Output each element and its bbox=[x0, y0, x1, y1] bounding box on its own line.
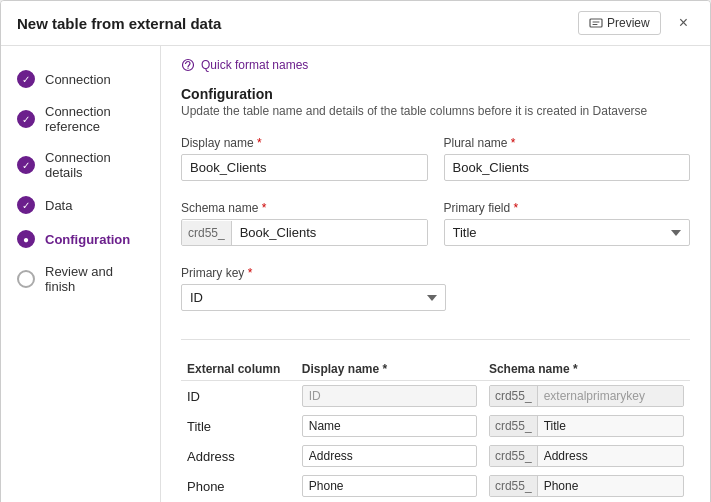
primary-key-group: Primary key * ID bbox=[181, 266, 446, 311]
schema-cell-input[interactable] bbox=[538, 386, 683, 406]
sidebar-item-connection-reference[interactable]: ✓ Connection reference bbox=[1, 96, 160, 142]
primary-key-label: Primary key * bbox=[181, 266, 446, 280]
cell-external: Address bbox=[181, 441, 296, 471]
schema-cell-prefix: crd55_ bbox=[490, 476, 538, 496]
primary-field-select-wrapper: Title bbox=[444, 219, 691, 246]
cell-schema: crd55_ bbox=[483, 411, 690, 441]
primary-key-row: Primary key * ID bbox=[181, 266, 690, 311]
dialog-body: ✓ Connection ✓ Connection reference ✓ Co… bbox=[1, 46, 710, 502]
columns-table-header: External column Display name * Schema na… bbox=[181, 358, 690, 381]
primary-key-select[interactable]: ID bbox=[181, 284, 446, 311]
columns-header-row: External column Display name * Schema na… bbox=[181, 358, 690, 381]
plural-name-input[interactable] bbox=[444, 154, 691, 181]
sidebar-item-connection-details[interactable]: ✓ Connection details bbox=[1, 142, 160, 188]
sidebar-item-review[interactable]: Review and finish bbox=[1, 256, 160, 302]
columns-table-body: IDcrd55_Titlecrd55_Addresscrd55_Phonecrd… bbox=[181, 381, 690, 503]
display-name-cell-input[interactable] bbox=[302, 475, 477, 497]
primary-key-select-wrapper: ID bbox=[181, 284, 446, 311]
schema-prefix: crd55_ bbox=[182, 221, 232, 245]
table-row: Titlecrd55_ bbox=[181, 411, 690, 441]
dialog: New table from external data Preview × ✓… bbox=[0, 0, 711, 502]
section-desc: Update the table name and details of the… bbox=[181, 104, 690, 118]
columns-table: External column Display name * Schema na… bbox=[181, 358, 690, 502]
header-right: Preview × bbox=[578, 11, 694, 35]
preview-icon bbox=[589, 16, 603, 30]
schema-name-input[interactable] bbox=[232, 220, 427, 245]
schema-cell-input[interactable] bbox=[538, 476, 683, 496]
display-name-label: Display name * bbox=[181, 136, 428, 150]
dialog-header: New table from external data Preview × bbox=[1, 1, 710, 46]
display-name-cell-input[interactable] bbox=[302, 415, 477, 437]
close-button[interactable]: × bbox=[673, 12, 694, 34]
dialog-title: New table from external data bbox=[17, 15, 221, 32]
plural-name-label: Plural name * bbox=[444, 136, 691, 150]
step-circle-review bbox=[17, 270, 35, 288]
schema-cell-prefix: crd55_ bbox=[490, 386, 538, 406]
sidebar: ✓ Connection ✓ Connection reference ✓ Co… bbox=[1, 46, 161, 502]
cell-schema: crd55_ bbox=[483, 381, 690, 412]
step-circle-configuration: ● bbox=[17, 230, 35, 248]
sidebar-item-connection[interactable]: ✓ Connection bbox=[1, 62, 160, 96]
section-title: Configuration bbox=[181, 86, 690, 102]
schema-cell-prefix: crd55_ bbox=[490, 446, 538, 466]
preview-button[interactable]: Preview bbox=[578, 11, 661, 35]
step-circle-connection-details: ✓ bbox=[17, 156, 35, 174]
quick-format-bar[interactable]: Quick format names bbox=[181, 58, 690, 72]
step-circle-connection-reference: ✓ bbox=[17, 110, 35, 128]
schema-cell-prefix: crd55_ bbox=[490, 416, 538, 436]
name-row: Display name * Plural name * bbox=[181, 136, 690, 181]
primary-field-group: Primary field * Title bbox=[444, 201, 691, 246]
display-name-group: Display name * bbox=[181, 136, 428, 181]
schema-name-group: Schema name * crd55_ bbox=[181, 201, 428, 246]
display-name-cell-input[interactable] bbox=[302, 385, 477, 407]
col-header-schema: Schema name * bbox=[483, 358, 690, 381]
cell-display bbox=[296, 381, 483, 412]
main-content: Quick format names Configuration Update … bbox=[161, 46, 710, 502]
table-row: IDcrd55_ bbox=[181, 381, 690, 412]
cell-schema: crd55_ bbox=[483, 471, 690, 501]
schema-row: Schema name * crd55_ Primary field * Tit… bbox=[181, 201, 690, 246]
cell-display bbox=[296, 411, 483, 441]
svg-point-2 bbox=[187, 68, 188, 69]
cell-external: ID bbox=[181, 381, 296, 412]
sidebar-item-data[interactable]: ✓ Data bbox=[1, 188, 160, 222]
plural-name-group: Plural name * bbox=[444, 136, 691, 181]
schema-cell-input[interactable] bbox=[538, 416, 683, 436]
primary-field-select[interactable]: Title bbox=[444, 219, 691, 246]
sidebar-item-configuration[interactable]: ● Configuration bbox=[1, 222, 160, 256]
cell-display bbox=[296, 441, 483, 471]
cell-display bbox=[296, 471, 483, 501]
table-row: Addresscrd55_ bbox=[181, 441, 690, 471]
col-header-display: Display name * bbox=[296, 358, 483, 381]
svg-rect-0 bbox=[590, 19, 602, 27]
primary-field-label: Primary field * bbox=[444, 201, 691, 215]
display-name-input[interactable] bbox=[181, 154, 428, 181]
configuration-section: Configuration Update the table name and … bbox=[181, 86, 690, 126]
display-name-cell-input[interactable] bbox=[302, 445, 477, 467]
cell-schema: crd55_ bbox=[483, 441, 690, 471]
cell-external: Title bbox=[181, 411, 296, 441]
schema-cell-input[interactable] bbox=[538, 446, 683, 466]
table-row: Phonecrd55_ bbox=[181, 471, 690, 501]
cell-external: Phone bbox=[181, 471, 296, 501]
quick-format-icon bbox=[181, 58, 195, 72]
schema-name-input-wrapper: crd55_ bbox=[181, 219, 428, 246]
col-header-external: External column bbox=[181, 358, 296, 381]
step-circle-connection: ✓ bbox=[17, 70, 35, 88]
step-circle-data: ✓ bbox=[17, 196, 35, 214]
schema-name-label: Schema name * bbox=[181, 201, 428, 215]
divider bbox=[181, 339, 690, 340]
